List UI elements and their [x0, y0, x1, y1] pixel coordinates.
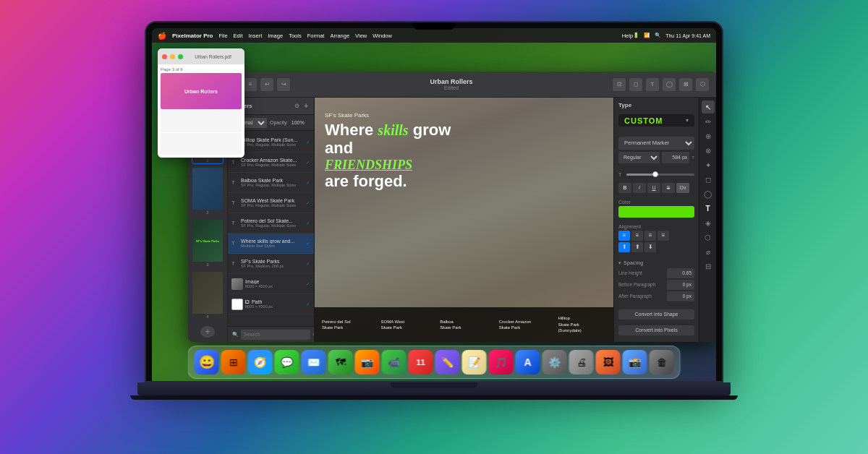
dock-icon-facetime[interactable]: 📹: [382, 350, 407, 374]
dock-icon-photos-lib[interactable]: 📸: [623, 350, 647, 374]
menu-tools[interactable]: Tools: [289, 33, 302, 39]
heal-tool[interactable]: ⊕: [702, 129, 715, 142]
font-style-select[interactable]: Regular: [618, 152, 660, 163]
tracking-handle[interactable]: [652, 171, 658, 177]
menu-app-name[interactable]: Pixelmator Pro: [172, 33, 213, 39]
align-bottom-button[interactable]: ⬇: [644, 242, 656, 252]
select-tool[interactable]: ↖: [702, 100, 715, 113]
layers-settings-icon[interactable]: ⊙: [294, 103, 299, 109]
menu-arrange[interactable]: Arrange: [330, 33, 349, 39]
toolbar-share-icon[interactable]: ⬡: [696, 78, 709, 91]
page-thumb-4[interactable]: 4: [192, 271, 224, 320]
dock-icon-calendar[interactable]: 11: [409, 350, 433, 374]
menu-format[interactable]: Format: [307, 33, 325, 39]
align-top-button[interactable]: ⬆: [618, 242, 630, 252]
font-size-input[interactable]: [662, 152, 689, 163]
after-paragraph-value[interactable]: 0 px: [667, 291, 694, 301]
dock-icon-reminders[interactable]: 📝: [462, 350, 487, 374]
gradient-tool[interactable]: ◈: [702, 216, 715, 229]
italic-button[interactable]: I: [633, 183, 646, 193]
color-swatch[interactable]: [618, 206, 694, 218]
convert-pixels-button[interactable]: Convert into Pixels: [618, 325, 694, 335]
shape-tool[interactable]: ◯: [702, 187, 715, 200]
pdf-fullscreen[interactable]: [178, 54, 183, 59]
dock-icon-settings[interactable]: ⚙️: [542, 350, 567, 374]
erase-tool[interactable]: ◻: [702, 173, 715, 186]
dock-icon-messages[interactable]: 💬: [275, 350, 299, 374]
layer-image[interactable]: Image 8000 × 4500 px ✓: [228, 274, 314, 294]
menu-window[interactable]: Window: [373, 33, 392, 39]
dock-icon-safari[interactable]: 🧭: [248, 350, 273, 374]
dock-icon-trash[interactable]: 🗑: [650, 350, 674, 374]
text-tool[interactable]: T: [702, 202, 715, 215]
layer-visibility-check[interactable]: ✓: [306, 301, 310, 307]
menu-file[interactable]: File: [218, 33, 227, 39]
color-fill-tool[interactable]: ⬡: [702, 231, 715, 244]
toolbar-export-icon[interactable]: ⊠: [679, 78, 692, 91]
dock-icon-pixelmator[interactable]: ✏️: [435, 350, 460, 374]
strikethrough-button[interactable]: S: [662, 183, 675, 193]
dock-icon-maps[interactable]: 🗺: [328, 350, 353, 374]
toolbar-icon-2[interactable]: ≡: [244, 78, 257, 91]
layer-potrero[interactable]: T Potrero del Sol Skate... SF Pro, Regul…: [228, 213, 314, 234]
pdf-window[interactable]: Urban Rollers.pdf Page 3 of 6 Urban Roll…: [158, 48, 244, 158]
layer-visibility-check[interactable]: ✓: [306, 261, 310, 267]
layers-add-icon[interactable]: +: [304, 102, 308, 110]
align-center-button[interactable]: ≡: [631, 231, 643, 241]
type-dropdown[interactable]: Custom ▾: [618, 114, 694, 127]
bold-button[interactable]: B: [618, 183, 631, 193]
page-thumb-3[interactable]: SF's Skate Parks 3: [192, 219, 224, 268]
toolbar-shape-icon[interactable]: ◯: [663, 78, 676, 91]
dock-icon-preview[interactable]: 🖼: [596, 350, 621, 374]
layers-search-input[interactable]: [241, 330, 310, 340]
search-menubar-icon[interactable]: 🔍: [655, 33, 661, 38]
crop-tool[interactable]: ⊟: [702, 260, 715, 273]
layer-visibility-check[interactable]: ✓: [306, 180, 310, 186]
layer-visibility-check[interactable]: ✓: [306, 200, 310, 206]
pdf-close[interactable]: [162, 54, 167, 59]
canvas-area[interactable]: SF's Skate Parks Where skills grow and F…: [315, 98, 613, 342]
dock-icon-music[interactable]: 🎵: [489, 350, 514, 374]
toolbar-layers-icon[interactable]: ⊡: [613, 78, 626, 91]
align-justify-button[interactable]: ≡: [658, 231, 669, 241]
before-paragraph-value[interactable]: 0 px: [667, 280, 694, 290]
layer-where-skills[interactable]: T Where skills grow and... Multiple Text…: [228, 234, 314, 254]
layer-visibility-check[interactable]: ✓: [306, 160, 310, 166]
align-right-button[interactable]: ≡: [644, 231, 656, 241]
paint-tool[interactable]: ✏: [702, 115, 715, 128]
dock-icon-finder[interactable]: 😀: [195, 350, 219, 374]
toolbar-arrange-icon[interactable]: ◻: [629, 78, 642, 91]
layer-visibility-check[interactable]: ✓: [306, 241, 310, 247]
menu-insert[interactable]: Insert: [249, 33, 263, 39]
toolbar-icon-3[interactable]: ↩: [260, 78, 273, 91]
page-thumb-2[interactable]: 2: [192, 167, 224, 216]
menu-help[interactable]: Help: [622, 33, 633, 39]
other-style-btn-1[interactable]: Ov: [676, 183, 689, 193]
font-name-select[interactable]: Permanent Marker: [618, 137, 694, 150]
layer-visibility-check[interactable]: ✓: [306, 281, 310, 287]
add-page-button[interactable]: +: [200, 326, 215, 338]
spacing-toggle[interactable]: ▾ Spacing: [618, 260, 694, 266]
clone-tool[interactable]: ⊗: [702, 144, 715, 157]
tracking-slider[interactable]: [626, 174, 694, 176]
layer-soma[interactable]: T SOMA West Skate Park SF Pro, Regular, …: [228, 193, 314, 213]
layer-balboa[interactable]: T Balboa Skate Park SF Pro, Regular, Mul…: [228, 173, 314, 193]
eyedropper-tool[interactable]: ⌀: [702, 245, 715, 258]
pdf-minimize[interactable]: [170, 54, 175, 59]
layer-path[interactable]: ⛋ Path 8000 × 4500 px ✓: [228, 294, 314, 314]
apple-menu[interactable]: 🍎: [158, 32, 166, 40]
toolbar-icon-4[interactable]: ↪: [277, 78, 290, 91]
pixelmator-window[interactable]: ⊞ ≡ ↩ ↪ Urban Rollers Edited: [188, 72, 716, 342]
layer-visibility-check[interactable]: ✓: [306, 140, 310, 145]
underline-button[interactable]: U: [647, 183, 660, 193]
align-middle-button[interactable]: ⬆: [631, 242, 643, 252]
dock-icon-printer[interactable]: 🖨: [569, 350, 594, 374]
dock-icon-photos[interactable]: 📷: [355, 350, 380, 374]
dock-icon-launchpad[interactable]: ⊞: [221, 350, 246, 374]
layer-visibility-check[interactable]: ✓: [306, 220, 310, 226]
dock-icon-mail[interactable]: ✉️: [302, 350, 326, 374]
line-height-value[interactable]: 0.65: [667, 268, 694, 278]
align-left-button[interactable]: ≡: [618, 231, 630, 241]
menu-image[interactable]: Image: [268, 33, 283, 39]
menu-view[interactable]: View: [355, 33, 367, 39]
